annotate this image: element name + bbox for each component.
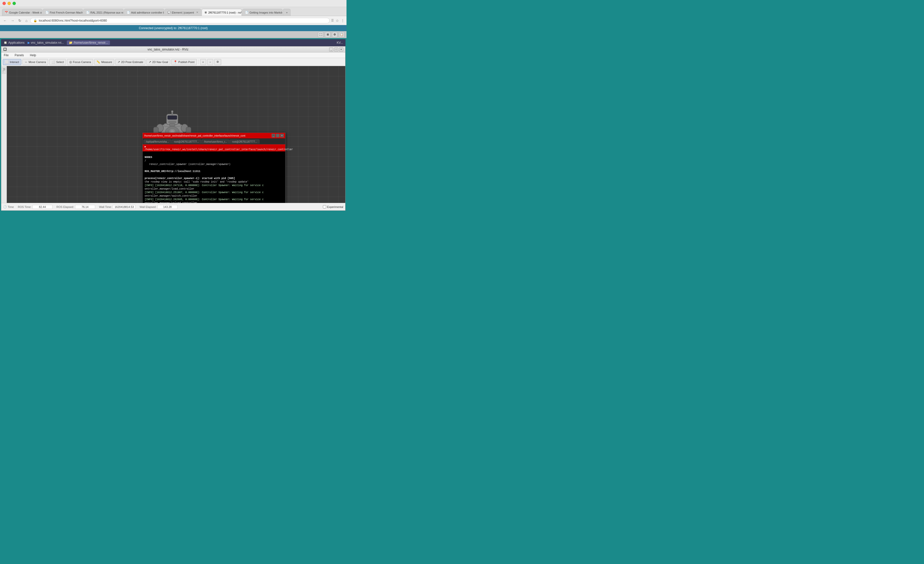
minimize-button[interactable] [8,2,11,5]
terminal-line: / [145,159,283,163]
extensions-icon[interactable]: ⠿ [331,19,334,22]
reload-button[interactable]: ↻ [17,18,22,23]
terminal-title-text: /home/user/tirrex_renoir_ws/install/shar… [144,134,272,137]
rviz-logo: 🔲 [3,48,7,51]
tool-focus-camera-label: Focus Camera [73,60,91,63]
vnc-toolbar: ⛶ ⊞ ⚙ 📋 [0,31,346,38]
wall-time-label: Wall Time: [99,206,112,208]
settings-icon[interactable]: ⋮ [341,19,345,22]
tab-favicon-fg: 📄 [45,11,48,14]
menu-panels[interactable]: Panels [14,53,25,57]
vnc-scale-btn[interactable]: ⊞ [325,32,330,38]
rviz-sidebar-left: Fl... [1,66,7,203]
tab-element[interactable]: 💬 Element | jcarpent ✕ [165,9,201,16]
tool-move-camera-label: Move Camera [28,60,46,63]
terminal-tabs: /opt/pal/ferrum/sha... root@2f6761187777… [142,138,285,144]
tool-2d-nav-label: 2D Nav Goal [152,60,168,63]
tab-admittance[interactable]: 📄 Add admittance controller by... ✕ [124,9,164,16]
terminal-minimize-btn[interactable]: _ [272,134,275,137]
vnc-desktop: 🔲 Applications ▶ vnc_talos_simulator.rvi… [0,38,346,212]
experimental-check[interactable]: Experimental [323,205,343,208]
rviz-maximize-btn[interactable]: □ [334,48,338,51]
tool-publish-point[interactable]: 📍 Publish Point [171,59,196,65]
terminal-tab-2[interactable]: /home/user/tirrex_r... [202,140,229,144]
vnc-fullscreen-btn[interactable]: ⛶ [318,32,323,38]
appbar-right-btn[interactable]: KV... [337,41,343,45]
home-button[interactable]: ⌂ [24,18,28,23]
status-time-item: 🕐 Time [3,205,14,208]
rviz-window-buttons: _ □ ✕ [329,48,343,51]
tool-settings[interactable]: ⚙ [214,59,221,65]
vnc-settings-btn[interactable]: ⚙ [332,32,338,38]
tool-measure[interactable]: 📏 Measure [94,59,114,65]
rviz-minimize-btn[interactable]: _ [329,48,333,51]
tool-select[interactable]: ⬜ Select [49,59,66,65]
pose-icon: ↗ [117,60,120,64]
appbar-terminal-icon: 📁 [69,41,73,45]
terminal-line [145,173,283,177]
terminal-close-btn[interactable]: ✕ [280,134,284,137]
menu-file[interactable]: File [3,53,9,57]
tool-interact[interactable]: ⬜ Interact [3,59,21,65]
terminal-line: renoir_controller_spawner (controller_ma… [145,163,283,166]
tab-label-ral: RAL 2021 (Réponse aux revie... [90,11,123,14]
tab-close-elem[interactable]: ✕ [196,11,198,14]
tool-move-camera[interactable]: ↔ Move Camera [22,59,48,65]
status-wall-elapsed: Wall Elapsed: 143.28 [140,205,177,209]
tool-2d-pose-label: 2D Pose Estimate [121,60,143,63]
app-bar: 🔲 Applications ▶ vnc_talos_simulator.rvi… [1,39,345,46]
vnc-status-text: Connected (unencrypted) to: 2f6761187770… [139,26,208,30]
sidebar-displays-tab[interactable]: Fl... [2,67,6,74]
terminal-line: process[renoir_controller_spawner-1]: st… [145,177,283,180]
address-bar[interactable]: 🔒 localhost:6080/vnc.html?host=localhost… [30,18,330,23]
terminal-tab-1[interactable]: root@2f6761187777... [172,140,201,144]
tab-label-fg: First French-German Machine Lea... [50,11,83,14]
tab-label-calendar: Google Calendar - Week of 10... [9,11,42,14]
tab-ral[interactable]: 📄 RAL 2021 (Réponse aux revie... ✕ [83,9,123,16]
tab-markdown[interactable]: 📄 Getting Images into Markdown... ✕ [242,9,282,16]
clock-icon: 🕐 [3,205,7,208]
appbar-rviz-label: vnc_talos_simulator.rvi... [31,41,64,45]
terminal-tab-0[interactable]: /opt/pal/ferrum/sha... [144,140,171,144]
appbar-terminal[interactable]: 📁 /home/user/tirrex_renoir... [67,40,110,45]
terminal-line: ROS_MASTER_URI=http://localhost:11311 [145,170,283,173]
add-icon: + [202,60,204,63]
maximize-button[interactable] [12,2,16,5]
terminal-line: NODES [145,156,283,159]
back-button[interactable]: ← [2,18,8,23]
status-wall-time: Wall Time: 1620418814.53 [99,205,136,209]
tool-2d-pose[interactable]: ↗ 2D Pose Estimate [115,59,146,65]
tool-focus-camera[interactable]: ◎ Focus Camera [67,59,93,65]
close-button[interactable] [3,2,6,5]
terminal-content[interactable]: * /rosversion: 1.14.9 NODES/ renoir_cont… [142,152,285,203]
appbar-applications[interactable]: 🔲 Applications [3,41,25,45]
tab-novnc[interactable]: 🖥 2f6761187770:1 (root) - noVN... ✕ [202,9,242,16]
forward-button[interactable]: → [9,18,16,23]
tab-french-german[interactable]: 📄 First French-German Machine Lea... ✕ [43,9,83,16]
experimental-checkbox[interactable] [323,205,326,208]
tab-label-md: Getting Images into Markdown... [249,11,282,14]
new-tab-btn[interactable]: + [283,9,291,16]
terminal-tab-3[interactable]: root@2f6761187777... [230,140,260,144]
bookmark-icon[interactable]: ☆ [336,19,339,22]
publish-icon: 📍 [174,60,177,64]
vnc-clipboard-btn[interactable]: 📋 [339,32,345,38]
rviz-close-btn[interactable]: ✕ [339,48,343,51]
terminal-line: the rosdep view is empty: call 'sudo ros… [145,180,283,184]
tool-remove[interactable]: − [207,59,213,65]
tool-add[interactable]: + [200,59,206,65]
rviz-3d-viewport[interactable]: /home/user/tirrex_renoir_ws/install/shar… [7,66,345,203]
ros-time-value: 82.44 [32,205,52,209]
tab-label-elem: Element | jcarpent [172,11,194,14]
terminal-line [145,152,283,156]
tab-google-calendar[interactable]: 📅 Google Calendar - Week of 10... ✕ [2,9,42,16]
tool-interact-label: Interact [10,60,19,63]
tool-2d-nav[interactable]: ↗ 2D Nav Goal [146,59,170,65]
tab-label-adm: Add admittance controller by... [131,11,164,14]
vnc-status-bar: Connected (unencrypted) to: 2f6761187770… [0,25,346,31]
appbar-rviz[interactable]: ▶ vnc_talos_simulator.rvi... [28,41,64,45]
menu-help[interactable]: Help [29,53,37,57]
interact-icon: ⬜ [5,60,9,64]
terminal-maximize-btn[interactable]: □ [276,134,279,137]
tab-favicon-vnc: 🖥 [204,11,207,14]
